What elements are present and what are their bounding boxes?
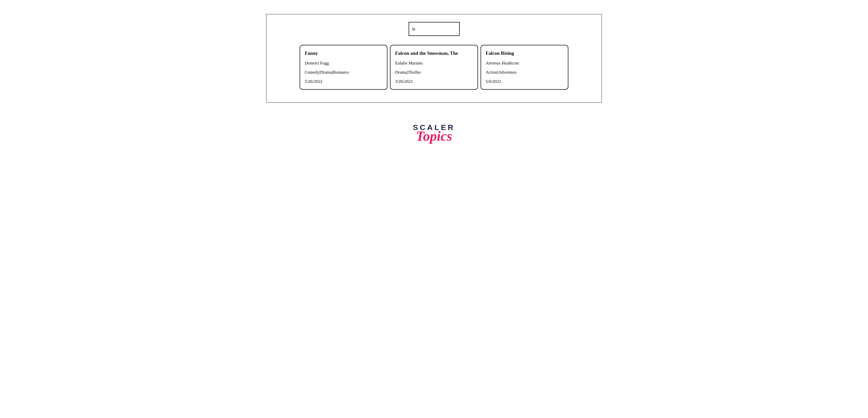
- main-container: Fanny Demetri Fogg Comedy|Drama|Romance …: [266, 14, 602, 103]
- card-genres: Comedy|Drama|Romance: [305, 70, 382, 75]
- card-author: Demetri Fogg: [305, 61, 382, 66]
- result-card: Fanny Demetri Fogg Comedy|Drama|Romance …: [300, 45, 388, 90]
- logo-topics-text: Topics: [416, 128, 452, 144]
- card-title: Falcon and the Snowman, The: [395, 50, 473, 56]
- result-card: Falcon Rising Artemus Heathcote Action|A…: [480, 45, 568, 90]
- card-genres: Action|Adventure: [486, 70, 563, 75]
- card-date: 5/6/2022: [486, 79, 563, 84]
- cards-row: Fanny Demetri Fogg Comedy|Drama|Romance …: [282, 45, 586, 90]
- scaler-topics-logo: SCALER Topics: [413, 123, 455, 144]
- card-title: Falcon Rising: [486, 50, 563, 56]
- logo-wrapper: SCALER Topics: [15, 123, 853, 144]
- search-wrapper: [282, 22, 586, 36]
- card-date: 3/26/2022: [395, 79, 473, 84]
- card-author: Artemus Heathcote: [486, 61, 563, 66]
- search-input[interactable]: [409, 22, 460, 36]
- card-author: Eulalie Marians: [395, 61, 473, 66]
- result-card: Falcon and the Snowman, The Eulalie Mari…: [390, 45, 478, 90]
- card-date: 5/26/2022: [305, 79, 382, 84]
- card-genres: Drama|Thriller: [395, 70, 473, 75]
- card-title: Fanny: [305, 50, 382, 56]
